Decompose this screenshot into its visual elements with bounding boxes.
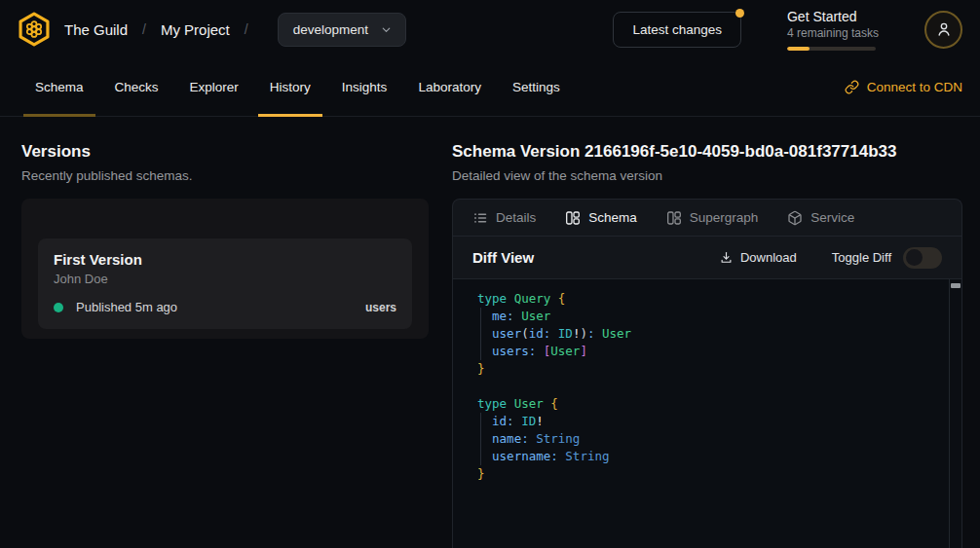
tab-details-label: Details xyxy=(496,210,536,225)
schema-version-subtitle: Detailed view of the schema version xyxy=(452,168,962,183)
main-nav: Schema Checks Explorer History Insights … xyxy=(0,58,980,117)
code-line: } xyxy=(477,360,936,378)
code-line: } xyxy=(477,465,936,483)
user-avatar[interactable] xyxy=(924,11,962,49)
version-detail-column: Schema Version 2166196f-5e10-4059-bd0a-0… xyxy=(452,142,962,548)
nav-tabs: Schema Checks Explorer History Insights … xyxy=(23,58,572,116)
get-started-title: Get Started xyxy=(787,9,879,24)
tab-service[interactable]: Service xyxy=(787,210,854,226)
schema-code-viewer: type Query { me: User user(id: ID!): Use… xyxy=(453,279,961,548)
target-selector[interactable]: development xyxy=(278,13,406,47)
latest-changes-button[interactable]: Latest changes xyxy=(613,12,741,48)
get-started-subtitle: 4 remaining tasks xyxy=(787,26,879,40)
breadcrumb-project[interactable]: My Project xyxy=(161,21,230,38)
main-content: Versions Recently published schemas. Fir… xyxy=(0,117,980,548)
version-item-meta: Published 5m ago users xyxy=(54,300,396,314)
download-icon xyxy=(719,250,734,265)
hexagon-honeycomb-icon xyxy=(16,11,53,48)
code-line: user(id: ID!): User xyxy=(477,325,936,343)
breadcrumb-separator: / xyxy=(245,21,248,37)
code-scrollbar[interactable] xyxy=(949,279,961,548)
get-started-progress-bar xyxy=(787,47,876,51)
header-right: Latest changes Get Started 4 remaining t… xyxy=(613,9,962,51)
tab-schema-label: Schema xyxy=(588,210,637,225)
versions-card: First Version John Doe Published 5m ago … xyxy=(21,199,429,339)
code-line xyxy=(477,378,936,395)
published-status-dot xyxy=(54,303,63,312)
nav-tab-insights[interactable]: Insights xyxy=(330,58,399,116)
tab-schema[interactable]: Schema xyxy=(565,210,637,226)
nav-tab-laboratory[interactable]: Laboratory xyxy=(406,58,493,116)
connect-to-cdn-label: Connect to CDN xyxy=(867,80,962,94)
detail-tabs: Details Schema xyxy=(453,200,961,237)
columns-icon xyxy=(565,210,581,226)
download-label: Download xyxy=(740,250,797,265)
nav-tab-schema[interactable]: Schema xyxy=(23,58,95,116)
toggle-diff-group: Toggle Diff xyxy=(832,247,942,269)
get-started-progress-fill xyxy=(787,47,810,51)
code-scrollbar-thumb[interactable] xyxy=(951,283,961,288)
latest-changes-label: Latest changes xyxy=(632,22,722,37)
version-detail-panel: Details Schema xyxy=(452,199,962,548)
person-icon xyxy=(935,20,953,38)
schema-version-title: Schema Version 2166196f-5e10-4059-bd0a-0… xyxy=(452,142,962,162)
code-line: type User { xyxy=(477,395,936,413)
schema-sdl-code: type Query { me: User user(id: ID!): Use… xyxy=(477,290,936,483)
versions-title: Versions xyxy=(21,142,429,162)
chevron-down-icon xyxy=(380,23,393,36)
version-item-service-badge: users xyxy=(365,301,396,314)
tab-supergraph[interactable]: Supergraph xyxy=(666,210,759,226)
code-line: type Query { xyxy=(477,290,936,308)
code-line: me: User xyxy=(477,308,936,325)
nav-tab-explorer[interactable]: Explorer xyxy=(178,58,250,116)
download-button[interactable]: Download xyxy=(719,250,797,265)
toggle-diff-switch[interactable] xyxy=(903,247,942,269)
code-line: name: String xyxy=(477,430,936,448)
nav-tab-settings[interactable]: Settings xyxy=(501,58,572,116)
code-line: users: [User] xyxy=(477,343,936,360)
get-started-widget[interactable]: Get Started 4 remaining tasks xyxy=(787,9,879,51)
version-item-status: Published 5m ago xyxy=(76,300,177,314)
code-line: username: String xyxy=(477,448,936,465)
breadcrumb-separator: / xyxy=(142,21,146,37)
nav-tab-history[interactable]: History xyxy=(258,58,322,116)
versions-subtitle: Recently published schemas. xyxy=(21,168,429,183)
notification-dot xyxy=(735,9,744,18)
tab-service-label: Service xyxy=(810,210,854,225)
tab-details[interactable]: Details xyxy=(472,210,536,226)
version-list-item[interactable]: First Version John Doe Published 5m ago … xyxy=(38,238,412,329)
toggle-diff-label: Toggle Diff xyxy=(832,250,891,265)
breadcrumb-org[interactable]: The Guild xyxy=(64,21,128,38)
diff-view-header: Diff View Download Toggle Diff xyxy=(453,237,961,279)
version-item-title: First Version xyxy=(54,251,396,268)
nav-tab-checks[interactable]: Checks xyxy=(103,58,170,116)
link-icon xyxy=(845,80,859,94)
target-selector-value: development xyxy=(293,22,368,37)
versions-column: Versions Recently published schemas. Fir… xyxy=(21,142,429,548)
version-item-author: John Doe xyxy=(54,272,396,286)
tab-supergraph-label: Supergraph xyxy=(690,210,759,225)
diff-actions: Download Toggle Diff xyxy=(719,247,942,269)
connect-to-cdn-link[interactable]: Connect to CDN xyxy=(845,58,962,116)
columns-icon xyxy=(666,210,682,226)
diff-view-title: Diff View xyxy=(472,249,534,266)
guild-logo[interactable] xyxy=(16,11,53,48)
toggle-knob xyxy=(906,249,923,266)
code-line: id: ID! xyxy=(477,413,936,430)
app-header: The Guild / My Project / development Lat… xyxy=(0,0,980,58)
list-icon xyxy=(472,210,488,226)
cube-icon xyxy=(787,210,803,226)
